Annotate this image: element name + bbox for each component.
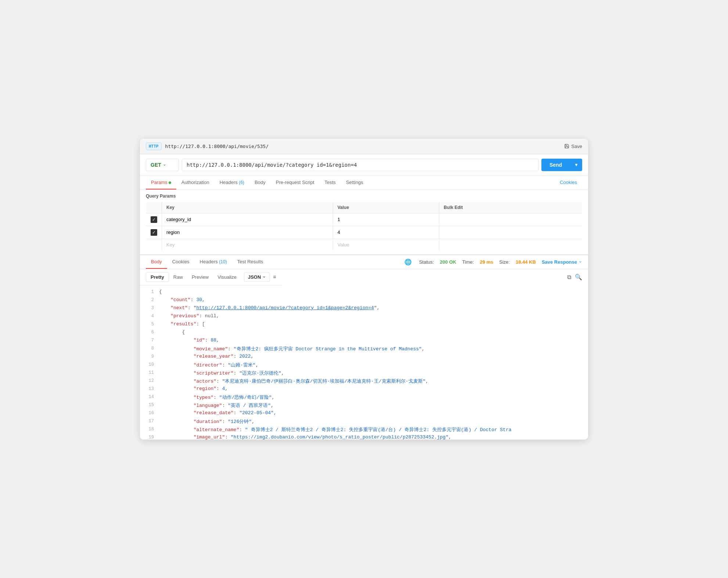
table-row: Key Value	[146, 239, 582, 250]
params-dot	[169, 181, 171, 184]
chevron-down-icon	[262, 275, 266, 279]
checkmark-icon: ✓	[152, 230, 156, 235]
code-line-7: 7 "id": 88,	[140, 337, 588, 346]
bulk-edit-button[interactable]: Bulk Edit	[444, 205, 463, 210]
tab-prerequest[interactable]: Pre-request Script	[271, 176, 320, 189]
col-value: Value	[333, 202, 439, 213]
row2-key[interactable]: region	[162, 226, 333, 239]
method-select[interactable]: GET	[146, 159, 179, 171]
params-section: Query Params Key Value Bulk Edit ✓	[140, 190, 588, 251]
code-line-14: 14 "types": "动作/恐怖/奇幻/冒险",	[140, 394, 588, 402]
code-line-17: 17 "duration": "126分钟",	[140, 418, 588, 426]
chevron-down-icon	[163, 163, 166, 167]
send-label: Send	[541, 159, 570, 171]
status-area: 🌐 Status: 200 OK Time: 29 ms Size: 18.44…	[404, 259, 582, 265]
col-bulk-edit[interactable]: Bulk Edit	[439, 202, 582, 213]
code-line-18: 18 "alternate_name": " 奇异博士2 / 斯特兰奇博士2 /…	[140, 426, 588, 434]
title-url: http://127.0.0.1:8000/api/movie/535/	[165, 144, 269, 149]
filter-icon[interactable]: ≡	[273, 274, 276, 280]
format-tabs: Pretty Raw Preview Visualize JSON ≡	[140, 269, 282, 285]
code-line-1: 1 {	[140, 289, 588, 297]
save-icon	[564, 144, 569, 149]
fmt-tab-raw[interactable]: Raw	[169, 272, 187, 282]
send-arrow-icon[interactable]: ▼	[570, 159, 582, 171]
response-tab-test-results[interactable]: Test Results	[232, 255, 269, 269]
tab-cookies[interactable]: Cookies	[555, 176, 582, 189]
row1-checkbox-cell[interactable]: ✓	[146, 213, 162, 226]
response-tab-headers[interactable]: Headers (10)	[195, 255, 232, 269]
row2-checkbox-cell[interactable]: ✓	[146, 226, 162, 239]
method-value: GET	[151, 162, 161, 168]
row3-extra	[439, 239, 582, 250]
table-row: ✓ category_id 1	[146, 213, 582, 226]
code-line-12: 12 "actors": "本尼迪克特·康伯巴奇/伊丽莎白·奥尔森/切瓦特·埃加…	[140, 378, 588, 386]
tab-authorization[interactable]: Authorization	[176, 176, 215, 189]
row1-value[interactable]: 1	[333, 213, 439, 226]
code-line-9: 9 "release_year": 2022,	[140, 354, 588, 362]
globe-icon: 🌐	[404, 259, 412, 265]
row1-key[interactable]: category_id	[162, 213, 333, 226]
table-row: ✓ region 4	[146, 226, 582, 239]
col-key: Key	[162, 202, 333, 213]
params-table: Key Value Bulk Edit ✓ category_id 1	[146, 202, 582, 251]
col-checkbox	[146, 202, 162, 213]
tab-tests[interactable]: Tests	[320, 176, 341, 189]
code-line-6: 6 {	[140, 329, 588, 337]
response-tab-cookies[interactable]: Cookies	[167, 255, 195, 269]
checkbox-checked[interactable]: ✓	[151, 229, 157, 236]
code-line-11: 11 "scriptwriter": "迈克尔·沃尔德伦",	[140, 370, 588, 378]
tab-headers[interactable]: Headers (6)	[215, 176, 249, 189]
url-input[interactable]	[182, 159, 538, 171]
response-tab-body[interactable]: Body	[146, 255, 167, 269]
code-line-2: 2 "count": 30,	[140, 297, 588, 305]
row3-key[interactable]: Key	[162, 239, 333, 250]
code-line-19: 19 "image_url": "https://img2.doubanio.c…	[140, 434, 588, 440]
save-label: Save	[571, 144, 582, 149]
row1-extra	[439, 213, 582, 226]
code-line-15: 15 "language": "英语 / 西班牙语",	[140, 402, 588, 410]
main-window: HTTP http://127.0.0.1:8000/api/movie/535…	[140, 139, 588, 440]
tabs-bar: Params Authorization Headers (6) Body Pr…	[140, 176, 588, 190]
chevron-down-icon	[579, 260, 582, 264]
fmt-tab-visualize[interactable]: Visualize	[213, 272, 241, 282]
query-params-title: Query Params	[146, 194, 582, 199]
tab-params[interactable]: Params	[146, 176, 176, 189]
request-bar: GET Send ▼	[140, 154, 588, 176]
code-line-4: 4 "previous": null,	[140, 313, 588, 321]
http-badge: HTTP	[146, 142, 162, 150]
response-section: Body Cookies Headers (10) Test Results 🌐…	[140, 254, 588, 440]
save-response-button[interactable]: Save Response	[542, 259, 582, 265]
checkbox-checked[interactable]: ✓	[151, 216, 157, 223]
send-button[interactable]: Send ▼	[541, 159, 582, 171]
row3-checkbox-cell[interactable]	[146, 239, 162, 250]
format-row: Pretty Raw Preview Visualize JSON ≡ ⧉ 🔍	[140, 269, 588, 285]
title-bar: HTTP http://127.0.0.1:8000/api/movie/535…	[140, 139, 588, 154]
code-line-8: 8 "movie_name": "奇异博士2: 疯狂多元宇宙 Doctor St…	[140, 346, 588, 354]
fmt-tab-preview[interactable]: Preview	[187, 272, 213, 282]
tab-body[interactable]: Body	[249, 176, 271, 189]
search-icon[interactable]: 🔍	[575, 274, 582, 281]
code-line-10: 10 "director": "山姆·雷米",	[140, 362, 588, 370]
code-area: 1 { 2 "count": 30, 3 "next": "http://127…	[140, 285, 588, 440]
response-tabs-bar: Body Cookies Headers (10) Test Results 🌐…	[140, 255, 588, 269]
row2-value[interactable]: 4	[333, 226, 439, 239]
copy-icon[interactable]: ⧉	[567, 274, 571, 281]
row3-value[interactable]: Value	[333, 239, 439, 250]
code-line-13: 13 "region": 4,	[140, 386, 588, 394]
save-button[interactable]: Save	[564, 144, 582, 149]
checkmark-icon: ✓	[152, 217, 156, 222]
code-line-3: 3 "next": "http://127.0.0.1:8000/api/mov…	[140, 305, 588, 313]
fmt-tab-pretty[interactable]: Pretty	[146, 272, 169, 282]
tab-settings[interactable]: Settings	[341, 176, 368, 189]
code-line-16: 16 "release_date": "2022-05-04",	[140, 410, 588, 418]
code-line-5: 5 "results": [	[140, 321, 588, 329]
title-bar-left: HTTP http://127.0.0.1:8000/api/movie/535…	[146, 142, 269, 150]
row2-extra	[439, 226, 582, 239]
json-format-select[interactable]: JSON	[244, 272, 270, 282]
